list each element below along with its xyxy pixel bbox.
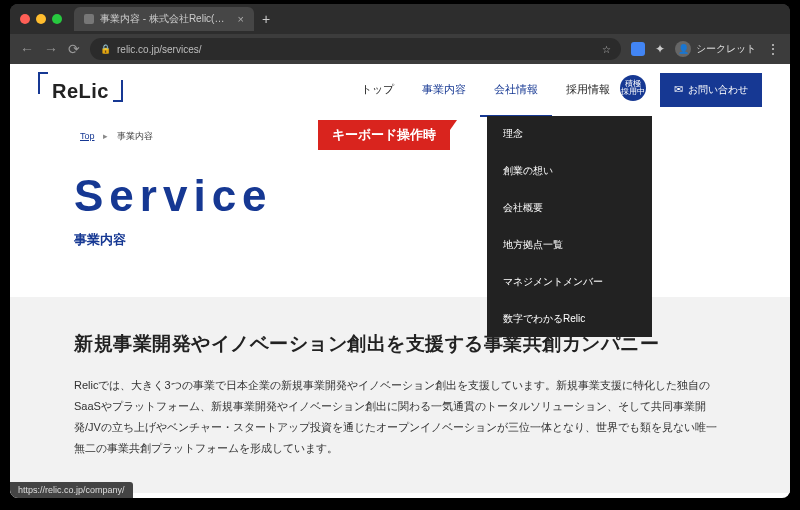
keyboard-mode-label: キーボード操作時 xyxy=(318,120,450,150)
logo-text: ReLic xyxy=(52,80,109,103)
titlebar: 事業内容 - 株式会社Relic(レリッ… × + xyxy=(10,4,790,34)
nav-item-service[interactable]: 事業内容 xyxy=(408,64,480,115)
forward-button[interactable]: → xyxy=(44,41,58,57)
main-nav: トップ 事業内容 会社情報 採用情報 積極 採用中 ✉ お問い合わせ xyxy=(347,64,762,115)
body-section: 新規事業開発やイノベーション創出を支援する事業共創カンパニー Relicでは、大… xyxy=(10,297,790,493)
breadcrumb-current: 事業内容 xyxy=(117,131,153,141)
tab-favicon xyxy=(84,14,94,24)
reload-button[interactable]: ⟳ xyxy=(68,41,80,57)
nav-item-top[interactable]: トップ xyxy=(347,64,408,115)
minimize-window-button[interactable] xyxy=(36,14,46,24)
tab-close-icon[interactable]: × xyxy=(238,13,244,25)
dropdown-item-founding[interactable]: 創業の想い xyxy=(487,152,652,189)
section-text: Relicでは、大きく3つの事業で日本企業の新規事業開発やイノベーション創出を支… xyxy=(74,375,726,459)
dropdown-item-philosophy[interactable]: 理念 xyxy=(487,116,652,152)
dropdown-item-overview[interactable]: 会社概要 xyxy=(487,189,652,226)
dropdown-item-management[interactable]: マネジメントメンバー xyxy=(487,263,652,300)
contact-label: お問い合わせ xyxy=(688,83,748,97)
close-window-button[interactable] xyxy=(20,14,30,24)
hero: Service 事業内容 xyxy=(10,143,790,297)
browser-tab[interactable]: 事業内容 - 株式会社Relic(レリッ… × xyxy=(74,7,254,31)
lock-icon: 🔒 xyxy=(100,44,111,54)
extension-icon[interactable] xyxy=(631,42,645,56)
incognito-label: シークレット xyxy=(696,42,756,56)
browser-menu-icon[interactable]: ⋮ xyxy=(766,41,780,57)
page-viewport: ReLic トップ 事業内容 会社情報 採用情報 積極 採用中 ✉ お問い合わせ… xyxy=(10,64,790,498)
mail-icon: ✉ xyxy=(674,83,683,96)
recruit-badge: 積極 採用中 xyxy=(620,75,646,101)
company-dropdown: 理念 創業の想い 会社概要 地方拠点一覧 マネジメントメンバー 数字でわかるRe… xyxy=(487,116,652,337)
site-header: ReLic トップ 事業内容 会社情報 採用情報 積極 採用中 ✉ お問い合わせ xyxy=(10,64,790,116)
nav-item-recruit[interactable]: 採用情報 xyxy=(552,64,624,115)
browser-window: 事業内容 - 株式会社Relic(レリッ… × + ← → ⟳ 🔒 relic.… xyxy=(10,4,790,498)
back-button[interactable]: ← xyxy=(20,41,34,57)
tab-title: 事業内容 - 株式会社Relic(レリッ… xyxy=(100,12,232,26)
window-controls xyxy=(20,14,62,24)
dropdown-item-numbers[interactable]: 数字でわかるRelic xyxy=(487,300,652,337)
nav-item-company[interactable]: 会社情報 xyxy=(480,64,552,117)
extensions-menu-icon[interactable]: ✦ xyxy=(655,42,665,56)
star-icon[interactable]: ☆ xyxy=(602,44,611,55)
dropdown-item-locations[interactable]: 地方拠点一覧 xyxy=(487,226,652,263)
maximize-window-button[interactable] xyxy=(52,14,62,24)
incognito-icon: 👤 xyxy=(675,41,691,57)
logo[interactable]: ReLic xyxy=(38,76,123,103)
breadcrumb-home[interactable]: Top xyxy=(80,131,95,141)
contact-button[interactable]: ✉ お問い合わせ xyxy=(660,73,762,107)
incognito-indicator[interactable]: 👤 シークレット xyxy=(675,41,756,57)
status-bar: https://relic.co.jp/company/ xyxy=(10,482,133,498)
address-bar[interactable]: 🔒 relic.co.jp/services/ ☆ xyxy=(90,38,621,60)
breadcrumb-separator: ▸ xyxy=(103,131,108,141)
logo-bracket-right xyxy=(113,80,123,102)
logo-bracket-left xyxy=(38,72,48,94)
url-text: relic.co.jp/services/ xyxy=(117,44,596,55)
browser-toolbar: ← → ⟳ 🔒 relic.co.jp/services/ ☆ ✦ 👤 シークレ… xyxy=(10,34,790,64)
new-tab-button[interactable]: + xyxy=(262,11,270,27)
